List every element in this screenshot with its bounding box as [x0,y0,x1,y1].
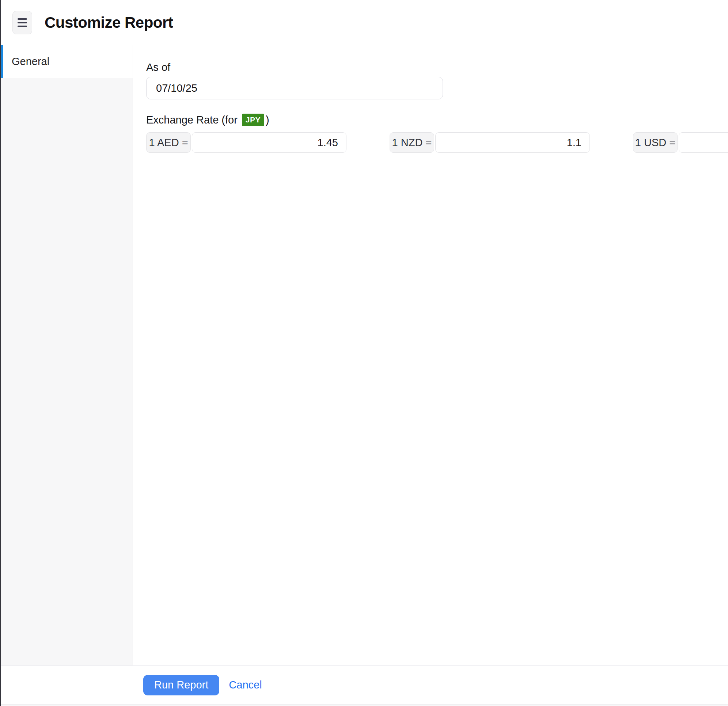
exchange-rate-label: Exchange Rate (for JPY ) [146,113,728,127]
rate-group-aed: 1 AED = [146,132,347,153]
rate-prefix-usd: 1 USD = [633,132,677,153]
footer: Run Report Cancel [1,666,728,704]
rate-prefix-aed: 1 AED = [146,132,191,153]
body: General As of Exchange Rate (for JPY ) 1… [1,45,728,666]
as-of-date-input[interactable] [146,77,443,100]
page-title: Customize Report [45,14,173,32]
exchange-rate-label-suffix: ) [266,113,269,127]
sidebar: General [1,45,133,666]
rate-group-nzd: 1 NZD = [390,132,590,153]
menu-button[interactable] [12,11,32,34]
run-report-button[interactable]: Run Report [143,675,219,695]
sidebar-item-label: General [12,56,49,68]
exchange-rate-label-prefix: Exchange Rate (for [146,113,238,127]
rate-input-nzd[interactable] [435,132,590,153]
rate-input-usd[interactable] [679,132,728,153]
exchange-rates-row: 1 AED = 1 NZD = 1 USD = [146,132,728,153]
customize-report-window: Customize Report General As of Exchange … [0,0,728,706]
sidebar-item-general[interactable]: General [1,45,133,78]
main-panel: As of Exchange Rate (for JPY ) 1 AED = 1… [133,45,728,666]
cancel-button[interactable]: Cancel [229,679,261,691]
header: Customize Report [1,0,728,45]
as-of-label: As of [146,60,728,75]
bottom-edge-strip [1,704,728,706]
rate-prefix-nzd: 1 NZD = [390,132,434,153]
rate-input-aed[interactable] [192,132,347,153]
rate-group-usd: 1 USD = [633,132,728,153]
currency-badge: JPY [242,114,264,126]
